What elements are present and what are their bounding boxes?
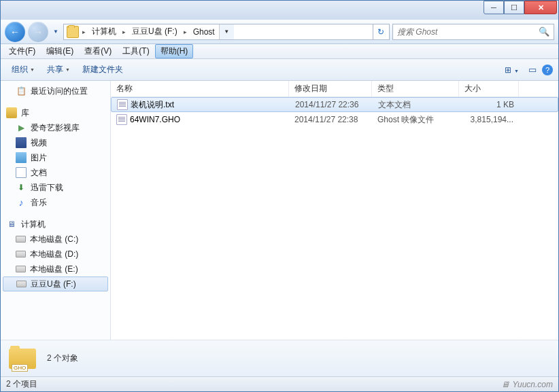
drive-icon [16,266,26,272]
sidebar-item-documents[interactable]: 文档 [1,165,110,180]
breadcrumb-dropdown[interactable]: ▼ [219,24,234,39]
sidebar-item-music[interactable]: ♪音乐 [1,195,110,210]
sidebar-libraries[interactable]: 库 [1,105,110,120]
forward-button[interactable]: → [28,22,48,42]
search-input[interactable] [397,27,539,37]
breadcrumb-folder[interactable]: Ghost [189,24,219,39]
statusbar: 2 个项目 🖥Yuucn.com [1,376,558,391]
column-name[interactable]: 名称 [111,81,289,96]
chevron-right-icon[interactable]: ▸ [80,29,88,35]
view-mode-button[interactable]: ⊞ ▼ [501,62,523,77]
menubar: 文件(F) 编辑(E) 查看(V) 工具(T) 帮助(H) [1,44,558,59]
documents-icon [16,167,27,178]
file-name: 64WIN7.GHO [130,115,180,124]
breadcrumb[interactable]: ▸ 计算机 ▸ 豆豆U盘 (F:) ▸ Ghost ▼ ↻ [63,24,390,40]
sidebar-drive-f[interactable]: 豆豆U盘 (F:) [3,277,108,291]
file-row[interactable]: 装机说明.txt 2014/11/27 22:36 文本文档 1 KB [111,97,558,112]
menu-edit[interactable]: 编辑(E) [41,44,79,58]
download-icon: ⬇ [16,182,27,193]
search-icon[interactable]: 🔍 [539,26,549,37]
back-button[interactable]: ← [5,22,25,42]
video-lib-icon: ▶ [16,122,27,133]
minimize-button[interactable]: ─ [484,1,504,14]
nav-history-dropdown[interactable]: ▼ [51,25,61,39]
column-headers: 名称 修改日期 类型 大小 [111,81,558,97]
toolbar: 组织▼ 共享▼ 新建文件夹 ⊞ ▼ ▭ ? [1,59,558,81]
folder-large-icon: GHO [9,346,37,372]
maximize-button[interactable]: ☐ [504,1,524,14]
drive-icon [16,236,26,243]
sidebar: 📋最近访问的位置 库 ▶爱奇艺影视库 视频 图片 文档 ⬇迅雷下载 ♪音乐 🖥计… [1,81,111,340]
column-size[interactable]: 大小 [459,81,519,96]
file-type: Ghost 映像文件 [372,114,459,126]
sidebar-drive-e[interactable]: 本地磁盘 (E:) [1,262,110,277]
file-date: 2014/11/27 22:38 [289,115,372,124]
new-folder-button[interactable]: 新建文件夹 [77,61,129,78]
details-text: 2 个对象 [47,353,78,364]
explorer-window: ─ ☐ ✕ ← → ▼ ▸ 计算机 ▸ 豆豆U盘 (F:) ▸ Ghost ▼ … [0,0,559,392]
organize-button[interactable]: 组织▼ [6,61,40,78]
sidebar-item-videos[interactable]: 视频 [1,135,110,150]
menu-file[interactable]: 文件(F) [3,44,41,58]
navbar: ← → ▼ ▸ 计算机 ▸ 豆豆U盘 (F:) ▸ Ghost ▼ ↻ 🔍 [1,20,558,44]
body: 📋最近访问的位置 库 ▶爱奇艺影视库 视频 图片 文档 ⬇迅雷下载 ♪音乐 🖥计… [1,81,558,340]
details-pane: GHO 2 个对象 [1,340,558,376]
close-button[interactable]: ✕ [524,1,557,14]
menu-tools[interactable]: 工具(T) [117,44,154,58]
file-list: 名称 修改日期 类型 大小 装机说明.txt 2014/11/27 22:36 … [111,81,558,340]
sidebar-item-iqiyi[interactable]: ▶爱奇艺影视库 [1,120,110,135]
drive-icon [16,251,26,257]
file-size: 1 KB [460,100,520,109]
videos-icon [16,137,27,148]
sidebar-drive-c[interactable]: 本地磁盘 (C:) [1,232,110,247]
menu-view[interactable]: 查看(V) [79,44,117,58]
recent-icon: 📋 [16,86,27,96]
sidebar-drive-d[interactable]: 本地磁盘 (D:) [1,247,110,262]
breadcrumb-drive[interactable]: 豆豆U盘 (F:) [128,24,182,39]
file-type: 文本文档 [373,99,460,111]
search-box[interactable]: 🔍 [392,24,554,40]
help-button[interactable]: ? [542,65,553,75]
sidebar-item-pictures[interactable]: 图片 [1,150,110,165]
computer-icon: 🖥 [6,219,17,230]
file-name: 装机说明.txt [131,99,174,111]
music-icon: ♪ [16,197,27,208]
file-row[interactable]: 64WIN7.GHO 2014/11/27 22:38 Ghost 映像文件 3… [111,112,558,127]
chevron-right-icon[interactable]: ▸ [120,29,128,35]
breadcrumb-computer[interactable]: 计算机 [88,24,120,39]
status-item-count: 2 个项目 [6,378,37,390]
sidebar-recent[interactable]: 📋最近访问的位置 [1,84,110,99]
preview-pane-button[interactable]: ▭ [524,62,541,77]
pictures-icon [16,152,27,163]
sidebar-computer[interactable]: 🖥计算机 [1,217,110,232]
file-date: 2014/11/27 22:36 [290,100,373,109]
drive-icon [16,281,27,287]
watermark: 🖥Yuucn.com [501,380,553,389]
sidebar-item-downloads[interactable]: ⬇迅雷下载 [1,180,110,195]
column-type[interactable]: 类型 [372,81,459,96]
titlebar[interactable]: ─ ☐ ✕ [1,1,558,20]
menu-help[interactable]: 帮助(H) [155,44,194,58]
text-file-icon [117,99,128,110]
library-icon [6,107,17,118]
column-date[interactable]: 修改日期 [289,81,372,96]
file-size: 3,815,194... [459,115,519,124]
refresh-button[interactable]: ↻ [373,24,388,39]
share-button[interactable]: 共享▼ [41,61,75,78]
gho-file-icon [116,114,127,125]
chevron-right-icon[interactable]: ▸ [182,29,189,35]
folder-icon [67,26,79,38]
